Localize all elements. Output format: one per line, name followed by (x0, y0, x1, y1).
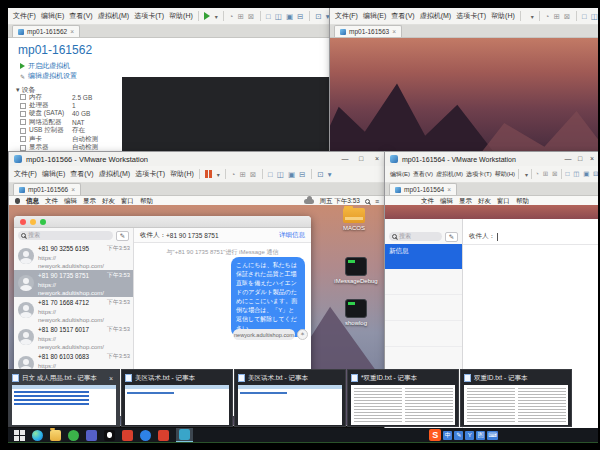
power-caret-icon[interactable]: ▾ (215, 13, 218, 20)
blue-circle-app-icon[interactable] (140, 430, 151, 441)
power-play-icon[interactable] (204, 12, 210, 20)
apple-icon[interactable] (15, 198, 20, 204)
recipient-header[interactable]: 收件人： (463, 229, 598, 245)
search-input[interactable]: 搜索 (18, 231, 113, 240)
file-explorer-icon[interactable] (50, 430, 61, 441)
minimize-button[interactable]: — (337, 152, 353, 166)
sogou-input-icon[interactable]: S (429, 429, 441, 441)
menu-help[interactable]: 帮助(H) (170, 169, 194, 179)
link-preview-pill[interactable]: newyork.adultishop.com (233, 329, 295, 340)
menu-vm[interactable]: 虚拟机(M) (99, 169, 131, 179)
menu-tabs[interactable]: 选项卡(T) (456, 11, 486, 21)
thumbnail-notepad[interactable]: 美区话术.txt - 记事本 (234, 369, 346, 427)
power-caret-icon[interactable]: ▾ (531, 13, 534, 20)
unity-icon[interactable]: ⊡ ▾ (317, 170, 332, 179)
tab-mp01-161566[interactable]: mp01-161566 × (13, 183, 81, 195)
maximize-button[interactable]: □ (574, 152, 586, 166)
thumbnail-close-icon[interactable]: × (106, 375, 116, 382)
sent-message-bubble[interactable]: こんにちは、私たちは保証された品質と工場直販を備えたハイエンドのアダルト製品のた… (231, 257, 305, 337)
thumbnail-notepad[interactable]: 双重ID.txt - 记事本 (460, 369, 572, 427)
menu-view[interactable]: 查看(V) (69, 11, 92, 21)
conversation-row[interactable]: +81 90 3255 6195下午3:53 https:// newyork.… (14, 243, 133, 270)
vm-screen-preview[interactable] (122, 77, 330, 152)
menu-vm[interactable]: 虚拟机(M) (420, 11, 452, 21)
thumbnail-preview[interactable] (125, 385, 229, 425)
thumbnail-preview[interactable] (464, 385, 568, 425)
conversation-row[interactable]: +81 70 1668 4712下午3:53 https:// newyork.… (14, 297, 133, 324)
window-titlebar[interactable]: mp01-161566 - VMware Workstation — □ × (9, 152, 385, 166)
snapshot-icons-group[interactable]: ◔ ⊞ ⊠ (231, 170, 257, 179)
green-app-icon[interactable] (68, 430, 79, 441)
menu-tabs[interactable]: 选项卡(T) (134, 11, 164, 21)
power-caret-icon[interactable]: ▾ (525, 171, 528, 178)
view-layout-icons-group[interactable]: □ ◫ ▣ ⊟ (565, 170, 598, 178)
view-layout-icons-group[interactable]: □ ◫ ▣ ⊟ (266, 12, 304, 21)
minimize-traffic-light[interactable] (30, 219, 36, 225)
view-layout-icons-group[interactable]: □ ◫ ▣ ⊟ (268, 170, 306, 179)
input-mode-icon[interactable]: 中 (443, 431, 452, 440)
notification-center-icon[interactable]: ≡ (375, 198, 379, 205)
tab-close-icon[interactable]: × (447, 186, 451, 193)
notepad-taskbar-slot-active[interactable] (176, 428, 193, 443)
conversation-row[interactable]: +81 80 1517 6017下午3:53 https:// newyork.… (14, 324, 133, 351)
power-on-link[interactable]: 开启此虚拟机 (20, 61, 70, 71)
menu-view[interactable]: 查看(V) (391, 11, 414, 21)
desktop-icon-showlog[interactable]: showlog (329, 299, 383, 326)
conversation-row-selected[interactable]: +81 90 1735 8751下午3:53 https:// newyork.… (14, 270, 133, 297)
violet-app-icon[interactable] (86, 430, 97, 441)
device-row[interactable]: 显示器自动检测 (20, 143, 98, 151)
close-button[interactable]: × (586, 152, 598, 166)
unity-icon[interactable]: ⊡ ▾ (315, 12, 330, 21)
menu-file[interactable]: 文件(F) (13, 11, 36, 21)
tab-close-icon[interactable]: × (70, 28, 74, 35)
search-input[interactable]: 搜索 (389, 232, 442, 241)
spotlight-search-icon[interactable] (365, 199, 370, 204)
snapshot-icons-group[interactable]: ◔ ⊞ ⊠ (545, 12, 571, 21)
menu-edit[interactable]: 编辑(E) (42, 169, 65, 179)
red-app-icon-2[interactable] (158, 430, 169, 441)
close-button[interactable]: × (369, 152, 385, 166)
snapshot-icons-group[interactable]: ◔ ⊞ ⊠ (229, 12, 255, 21)
to-value[interactable]: +81 90 1735 8751 (166, 232, 219, 239)
start-button[interactable] (14, 430, 25, 441)
menu-file[interactable]: 文件(F) (335, 11, 358, 21)
snapshot-icons-group[interactable]: ◔ ⊞ ⊠ (535, 170, 558, 178)
view-layout-icons-group[interactable]: □ ◫ ▣ ⊟ (582, 12, 598, 21)
menu-tabs[interactable]: 选项卡(T) (466, 170, 492, 179)
symbol-icon[interactable]: Y (465, 431, 474, 440)
new-message-row-selected[interactable]: 新信息 (385, 244, 462, 269)
thumbnail-preview[interactable] (12, 385, 116, 425)
edge-browser-icon[interactable] (32, 430, 43, 441)
thumbnail-notepad[interactable]: *双重ID.txt - 记事本 (347, 369, 459, 427)
menu-edit[interactable]: 编辑(E) (41, 11, 64, 21)
menu-view[interactable]: 查看(V) (70, 169, 93, 179)
cloud-sync-icon[interactable] (304, 199, 314, 204)
menu-help[interactable]: 帮助(H) (495, 170, 515, 179)
thumbnail-notepad[interactable]: 日文 成人用品.txt - 记事本 × (8, 369, 120, 427)
pause-icon[interactable] (205, 170, 212, 178)
menu-vm[interactable]: 虚拟机(M) (98, 11, 130, 21)
zoom-traffic-light[interactable] (40, 219, 46, 225)
power-caret-icon[interactable]: ▾ (217, 171, 220, 178)
tab-mp01-161562[interactable]: mp01-161562 × (12, 25, 80, 37)
minimize-button[interactable]: — (562, 152, 574, 166)
tab-close-icon[interactable]: × (392, 28, 396, 35)
edit-settings-link[interactable]: ✎ 编辑虚拟机设置 (20, 71, 77, 81)
compose-button[interactable]: ✎ (116, 231, 129, 241)
compose-button[interactable]: ✎ (445, 232, 458, 242)
desktop-icon-imessagedebug[interactable]: iMessageDebug (329, 257, 383, 284)
thumbnail-notepad[interactable]: 美区话术.txt - 记事本 (121, 369, 233, 427)
menu-tabs[interactable]: 选项卡(T) (135, 169, 165, 179)
desktop-icon-macos[interactable]: MACOS (327, 208, 381, 231)
tab-close-icon[interactable]: × (71, 186, 75, 193)
close-traffic-light[interactable] (20, 219, 26, 225)
messages-titlebar[interactable] (14, 216, 311, 228)
apple-app-icon[interactable] (104, 430, 115, 441)
menu-vm[interactable]: 虚拟机(M) (436, 170, 463, 179)
window-titlebar[interactable]: mp01-161564 - VMware Workstation — □ × (385, 152, 598, 166)
tab-mp01-161564[interactable]: mp01-161564 × (389, 183, 457, 195)
handwriting-icon[interactable]: ✎ (454, 431, 463, 440)
menu-file[interactable]: 文件(F) (14, 169, 37, 179)
keyboard-icon[interactable]: ⌨ (487, 431, 498, 440)
picture-icon[interactable]: 图 (476, 431, 485, 440)
